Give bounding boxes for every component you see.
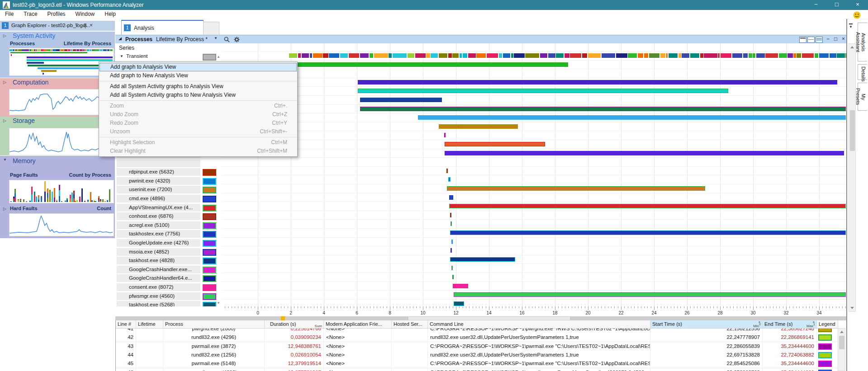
table-vertical-scrollbar[interactable]	[838, 328, 845, 371]
pin-icon[interactable]	[83, 23, 88, 28]
cell-duration[interactable]: 12,375781937	[268, 368, 324, 371]
cell-legend[interactable]	[817, 333, 838, 342]
section-memory[interactable]: ▼ Memory Page Faults Count by Process ▷ …	[0, 156, 115, 238]
horizontal-scrollbar[interactable]	[115, 316, 846, 320]
dropdown-icon[interactable]: ▽	[75, 23, 78, 27]
table-row[interactable]: 43pwrmail.exe (3872)12,948388761<None>C:…	[116, 342, 838, 351]
gantt-chart[interactable]	[222, 43, 846, 306]
cell-start[interactable]: 22,858662762	[650, 368, 763, 371]
transient-segment[interactable]	[463, 53, 467, 58]
cell-cmd[interactable]: rundll32.exe user32.dll,UpdatePerUserSys…	[428, 351, 650, 359]
cell-hosted[interactable]	[392, 333, 428, 342]
transient-segment[interactable]	[602, 53, 615, 58]
cell-line[interactable]: 44	[116, 351, 136, 359]
close-button[interactable]: ×	[847, 0, 868, 10]
graph-panel-header[interactable]: ◢ Processes Lifetime By Process * ▼ − □ …	[115, 35, 846, 44]
transient-segment[interactable]	[289, 53, 297, 58]
cell-hosted[interactable]	[392, 342, 428, 351]
gantt-bar[interactable]	[439, 124, 518, 129]
table-row[interactable]: 45pwrmail.exe (5148)12,379919514<None>C:…	[116, 359, 838, 368]
gear-icon[interactable]	[234, 37, 240, 42]
cell-duration[interactable]: 0,039090234	[268, 333, 324, 342]
gantt-bar[interactable]	[451, 266, 453, 270]
transient-segment[interactable]	[830, 53, 836, 58]
page-faults-thumbnail[interactable]	[9, 180, 114, 203]
collapse-icon[interactable]: ◢	[119, 36, 122, 41]
cell-end[interactable]: 22,286869141	[763, 333, 817, 342]
menu-item-add-graph-to-new-analysis-view[interactable]: Add graph to New Analysis View	[99, 71, 297, 80]
cell-cmd[interactable]: C:\PROGRA~2\RESSOF~1\WORKSP~1\pwrmail.ex…	[428, 342, 650, 351]
transient-segment[interactable]	[582, 53, 587, 58]
transient-segment[interactable]	[743, 53, 748, 58]
series-row[interactable]: GoogleCrashHandler64.e...	[117, 274, 200, 282]
section-computation[interactable]: ▷ Computation	[0, 78, 115, 117]
view-table-only-icon[interactable]	[816, 37, 823, 43]
section-title[interactable]: System Activity	[13, 32, 55, 39]
cell-process[interactable]: pwrmail.exe (3872)	[163, 342, 265, 351]
menu-item-add-graph-to-analysis-view[interactable]: Add graph to Analysis View	[100, 63, 297, 71]
series-row[interactable]: GoogleUpdate.exe (4276)	[117, 239, 200, 247]
transient-segment[interactable]	[666, 53, 668, 58]
series-row[interactable]: userinit.exe (7200)	[117, 186, 200, 193]
menu-window[interactable]: Window	[71, 10, 100, 19]
transient-segment[interactable]	[540, 53, 547, 58]
scroll-up-icon[interactable]	[840, 331, 844, 333]
transient-segment[interactable]	[644, 53, 649, 58]
gantt-bar[interactable]	[450, 230, 846, 235]
transient-segment[interactable]	[310, 53, 313, 58]
series-row[interactable]: pfwsmgr.exe (4560)	[117, 292, 200, 300]
expander-icon[interactable]: ▷	[3, 33, 6, 38]
table-row[interactable]: 42rundll32.exe (4296)0,039090234<None>ru…	[116, 333, 838, 342]
transient-segment[interactable]	[393, 53, 407, 58]
gantt-bar[interactable]	[447, 186, 705, 191]
view-graph-and-table-icon[interactable]	[807, 37, 815, 43]
gantt-bar[interactable]	[450, 213, 451, 217]
transient-segment[interactable]	[819, 53, 829, 58]
maximize-button[interactable]: □	[826, 0, 847, 10]
column-header-lifetime[interactable]: Lifetime	[136, 320, 163, 328]
gantt-bar[interactable]	[454, 292, 846, 297]
view-graph-only-icon[interactable]	[799, 37, 806, 43]
series-row[interactable]: taskhostex.exe (7756)	[117, 230, 200, 238]
section-storage[interactable]: ▷ Storage	[0, 117, 115, 155]
section-title[interactable]: Storage	[13, 117, 35, 124]
gantt-bar[interactable]	[451, 248, 452, 253]
expander-icon[interactable]: ▼	[3, 158, 7, 162]
table-row[interactable]: 44rundll32.exe (1256)0,026910054<None>ru…	[116, 351, 838, 360]
transient-segment[interactable]	[718, 53, 720, 58]
transient-segment[interactable]	[431, 53, 438, 58]
gantt-bar[interactable]	[418, 115, 846, 120]
expander-icon[interactable]: ▷	[3, 80, 6, 85]
chart-vertical-scrollbar[interactable]	[849, 43, 856, 312]
column-header-duration[interactable]: Duration (s)Sum	[268, 320, 324, 328]
cell-modern[interactable]: <None>	[324, 333, 392, 342]
section-title[interactable]: Memory	[13, 157, 36, 164]
transient-segment[interactable]	[426, 53, 430, 58]
cell-process[interactable]: rundll32.exe (4296)	[163, 333, 265, 342]
transient-segment[interactable]	[468, 53, 476, 58]
dock-icon[interactable]: ▼	[849, 23, 853, 29]
column-header-line[interactable]: Line #	[116, 320, 136, 328]
transient-segment[interactable]	[460, 53, 462, 58]
cell-modern[interactable]: <None>	[324, 351, 392, 359]
gantt-bar[interactable]	[454, 301, 465, 306]
cell-start[interactable]: 22,286055839	[650, 342, 763, 351]
gantt-bar[interactable]	[358, 80, 837, 85]
transient-segment[interactable]	[570, 53, 581, 58]
gantt-bar[interactable]	[360, 107, 846, 111]
transient-segment[interactable]	[678, 53, 681, 58]
gantt-bar[interactable]	[450, 257, 515, 262]
transient-segment[interactable]	[616, 53, 627, 58]
transient-segment[interactable]	[704, 53, 717, 58]
series-row[interactable]: taskhost.exe (4828)	[117, 257, 200, 264]
cell-duration[interactable]: 12,379919514	[268, 359, 324, 368]
cell-process[interactable]: pwrmail.exe (5148)	[163, 359, 265, 368]
gantt-bar[interactable]	[358, 89, 728, 93]
cell-end[interactable]: 35,234444600	[763, 342, 817, 351]
tab-my-presets[interactable]: My Presets	[858, 83, 867, 111]
graph-maximize-icon[interactable]: □	[834, 36, 837, 42]
expander-icon[interactable]: ▷	[3, 118, 6, 123]
transient-segment[interactable]	[628, 53, 637, 58]
series-group-transient[interactable]: ▼ Transient ▲	[115, 52, 222, 61]
cell-lifetime[interactable]	[136, 328, 163, 333]
